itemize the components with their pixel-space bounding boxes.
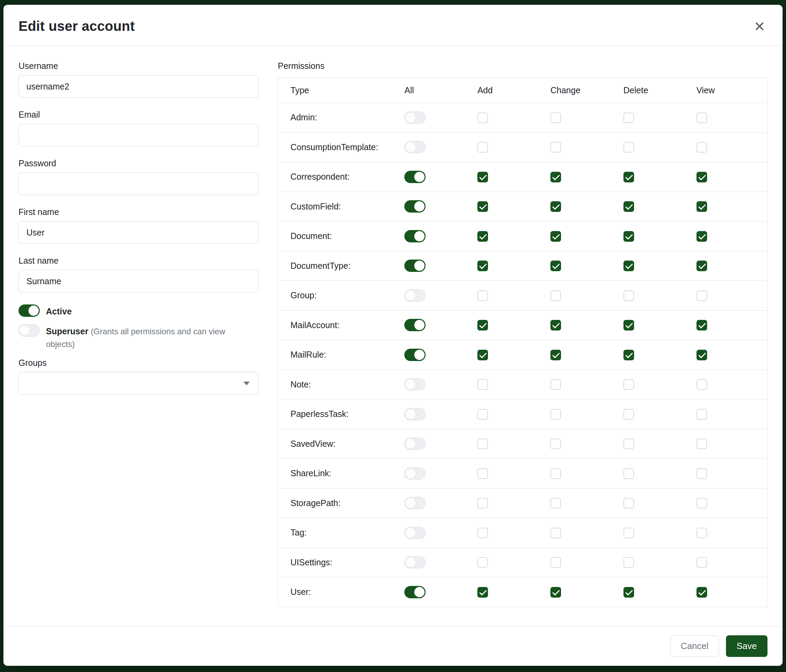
all-toggle[interactable] xyxy=(404,349,426,361)
last-name-input[interactable] xyxy=(19,270,259,292)
change-checkbox[interactable] xyxy=(550,379,561,390)
add-checkbox[interactable] xyxy=(477,113,488,123)
all-toggle[interactable] xyxy=(404,497,426,509)
delete-checkbox[interactable] xyxy=(623,557,634,568)
delete-checkbox[interactable] xyxy=(623,231,634,242)
change-checkbox[interactable] xyxy=(550,113,561,123)
all-toggle[interactable] xyxy=(404,111,426,124)
add-checkbox[interactable] xyxy=(477,320,488,331)
all-toggle[interactable] xyxy=(404,230,426,242)
all-toggle[interactable] xyxy=(404,259,426,272)
all-toggle[interactable] xyxy=(404,586,426,598)
add-checkbox[interactable] xyxy=(477,201,488,212)
all-toggle[interactable] xyxy=(404,319,426,331)
permission-row: MailAccount: xyxy=(278,310,767,340)
delete-checkbox[interactable] xyxy=(623,350,634,360)
view-checkbox[interactable] xyxy=(696,409,707,420)
add-checkbox[interactable] xyxy=(477,468,488,479)
all-toggle[interactable] xyxy=(404,378,426,391)
change-checkbox[interactable] xyxy=(550,261,561,271)
username-input[interactable] xyxy=(19,75,259,98)
add-checkbox[interactable] xyxy=(477,142,488,152)
change-checkbox[interactable] xyxy=(550,172,561,182)
change-checkbox[interactable] xyxy=(550,587,561,598)
cell-add xyxy=(475,370,549,399)
view-checkbox[interactable] xyxy=(696,379,707,390)
delete-checkbox[interactable] xyxy=(623,290,634,301)
delete-checkbox[interactable] xyxy=(623,438,634,449)
view-checkbox[interactable] xyxy=(696,498,707,509)
delete-checkbox[interactable] xyxy=(623,587,634,598)
close-icon[interactable]: × xyxy=(752,19,767,34)
change-checkbox[interactable] xyxy=(550,290,561,301)
change-checkbox[interactable] xyxy=(550,142,561,152)
delete-checkbox[interactable] xyxy=(623,468,634,479)
delete-checkbox[interactable] xyxy=(623,201,634,212)
all-toggle[interactable] xyxy=(404,527,426,539)
add-checkbox[interactable] xyxy=(477,498,488,509)
delete-checkbox[interactable] xyxy=(623,113,634,123)
all-toggle[interactable] xyxy=(404,438,426,450)
change-checkbox[interactable] xyxy=(550,320,561,331)
view-checkbox[interactable] xyxy=(696,468,707,479)
change-checkbox[interactable] xyxy=(550,498,561,509)
add-checkbox[interactable] xyxy=(477,528,488,538)
delete-checkbox[interactable] xyxy=(623,172,634,182)
add-checkbox[interactable] xyxy=(477,290,488,301)
view-checkbox[interactable] xyxy=(696,528,707,538)
change-checkbox[interactable] xyxy=(550,201,561,212)
view-checkbox[interactable] xyxy=(696,172,707,182)
delete-checkbox[interactable] xyxy=(623,498,634,509)
view-checkbox[interactable] xyxy=(696,350,707,360)
all-toggle[interactable] xyxy=(404,289,426,302)
save-button[interactable]: Save xyxy=(726,635,767,657)
all-toggle[interactable] xyxy=(404,556,426,568)
superuser-toggle[interactable] xyxy=(19,324,40,337)
all-toggle[interactable] xyxy=(404,408,426,420)
add-checkbox[interactable] xyxy=(477,438,488,449)
first-name-input[interactable] xyxy=(19,221,259,244)
view-checkbox[interactable] xyxy=(696,201,707,212)
add-checkbox[interactable] xyxy=(477,379,488,390)
view-checkbox[interactable] xyxy=(696,438,707,449)
change-checkbox[interactable] xyxy=(550,468,561,479)
password-field[interactable] xyxy=(19,173,259,195)
view-checkbox[interactable] xyxy=(696,557,707,568)
change-checkbox[interactable] xyxy=(550,557,561,568)
delete-checkbox[interactable] xyxy=(623,261,634,271)
change-checkbox[interactable] xyxy=(550,350,561,360)
view-checkbox[interactable] xyxy=(696,231,707,242)
all-toggle[interactable] xyxy=(404,467,426,480)
delete-checkbox[interactable] xyxy=(623,409,634,420)
view-checkbox[interactable] xyxy=(696,113,707,123)
active-toggle[interactable] xyxy=(19,305,40,317)
delete-checkbox[interactable] xyxy=(623,320,634,331)
change-checkbox[interactable] xyxy=(550,409,561,420)
change-checkbox[interactable] xyxy=(550,231,561,242)
change-checkbox[interactable] xyxy=(550,438,561,449)
delete-checkbox[interactable] xyxy=(623,142,634,152)
all-toggle[interactable] xyxy=(404,200,426,213)
all-toggle[interactable] xyxy=(404,171,426,183)
view-checkbox[interactable] xyxy=(696,142,707,152)
cell-change xyxy=(549,577,621,607)
delete-checkbox[interactable] xyxy=(623,528,634,538)
add-checkbox[interactable] xyxy=(477,587,488,598)
add-checkbox[interactable] xyxy=(477,557,488,568)
add-checkbox[interactable] xyxy=(477,350,488,360)
change-checkbox[interactable] xyxy=(550,528,561,538)
groups-select[interactable] xyxy=(19,372,259,395)
view-checkbox[interactable] xyxy=(696,290,707,301)
delete-checkbox[interactable] xyxy=(623,379,634,390)
view-checkbox[interactable] xyxy=(696,261,707,271)
add-checkbox[interactable] xyxy=(477,409,488,420)
all-toggle[interactable] xyxy=(404,141,426,153)
email-field[interactable] xyxy=(19,124,259,146)
permission-row: Document: xyxy=(278,221,767,251)
view-checkbox[interactable] xyxy=(696,320,707,331)
view-checkbox[interactable] xyxy=(696,587,707,598)
add-checkbox[interactable] xyxy=(477,261,488,271)
add-checkbox[interactable] xyxy=(477,231,488,242)
cancel-button[interactable]: Cancel xyxy=(670,635,719,657)
add-checkbox[interactable] xyxy=(477,172,488,182)
